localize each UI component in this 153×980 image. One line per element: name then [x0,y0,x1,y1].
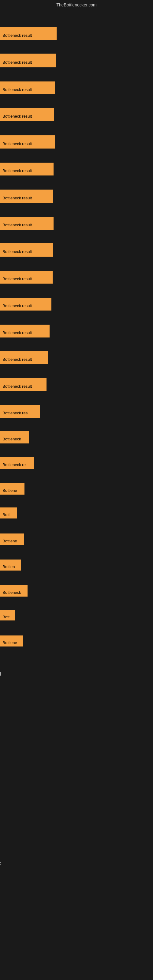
bottleneck-result-item: Bottlen [0,560,21,571]
bottleneck-result-item: Bottleneck result [0,351,48,364]
bottleneck-result-item: Bott [0,610,15,620]
bottleneck-result-item: Bottleneck result [0,108,54,121]
bottleneck-result-item: Bottlene [0,635,23,646]
bottleneck-result-item: Bottleneck result [0,378,46,391]
bottleneck-result-item: Bottl [0,508,17,519]
bottleneck-result-item: Bottleneck result [0,135,55,148]
bottleneck-result-item: Bottleneck [0,585,27,597]
bottleneck-result-item: Bottleneck result [0,54,56,67]
bottleneck-result-item: Bottleneck result [0,27,57,40]
bottleneck-result-item: Bottlene [0,483,24,495]
bottleneck-result-item: Bottleneck result [0,298,51,310]
bottleneck-result-item: Bottleneck result [0,189,53,203]
bottleneck-result-item: Bottleneck result [0,243,53,257]
bottleneck-result-item: Bottleneck result [0,217,54,230]
marker-m1: | [0,671,1,676]
marker-m2: : [0,861,1,865]
bottleneck-result-item: Bottlene [0,533,24,545]
bottleneck-result-item: Bottleneck re [0,457,33,469]
bottleneck-result-item: Bottleneck result [0,81,55,94]
bottleneck-result-item: Bottleneck result [0,162,54,175]
site-title: TheBottlenecker.com [0,0,153,10]
bottleneck-result-item: Bottleneck res [0,405,40,418]
bottleneck-result-item: Bottleneck [0,431,29,444]
bottleneck-result-item: Bottleneck result [0,325,49,337]
bottleneck-result-item: Bottleneck result [0,271,53,283]
